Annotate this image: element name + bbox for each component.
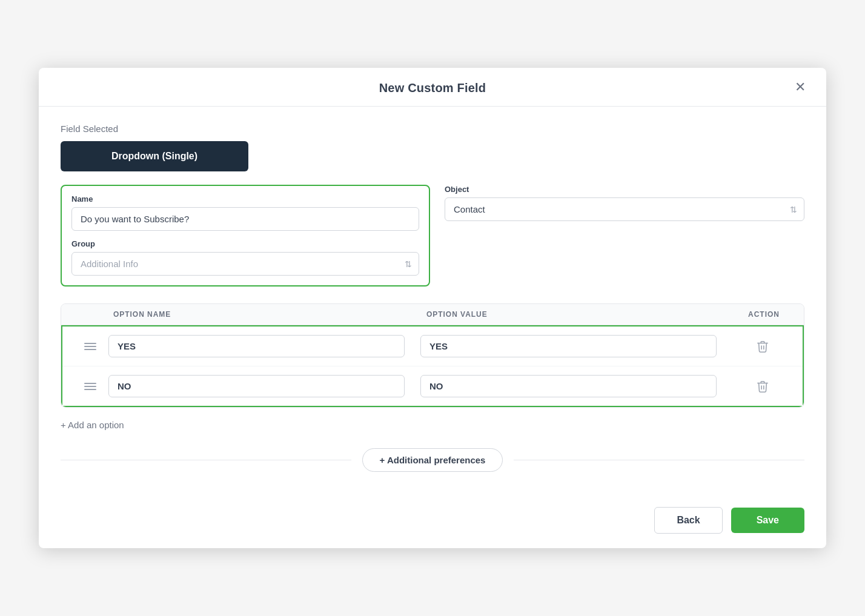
delete-row-2-button[interactable] [732,380,793,393]
additional-prefs-row: + Additional preferences [61,448,804,472]
name-object-row: Name Group Additional Info General Other… [61,185,804,286]
table-row [62,326,803,366]
option-name-input-1[interactable] [108,335,405,357]
option-name-cell [108,375,420,397]
group-field-row: Group Additional Info General Other [71,239,419,276]
col-option-value: OPTION VALUE [420,310,734,319]
save-button[interactable]: Save [731,508,804,533]
object-select[interactable]: Contact Lead Account [445,197,804,221]
group-label: Group [71,239,419,248]
svg-rect-4 [84,386,96,387]
table-row [62,366,803,406]
object-label: Object [445,185,804,194]
option-name-cell [108,335,420,357]
svg-rect-2 [84,349,96,350]
col-drag [71,310,107,319]
group-select[interactable]: Additional Info General Other [71,252,419,276]
add-option-button[interactable]: + Add an option [61,419,124,431]
modal-footer: Back Save [39,497,826,548]
svg-rect-0 [84,343,96,344]
name-label: Name [71,194,419,204]
group-select-wrapper: Additional Info General Other [71,252,419,276]
drag-handle-icon[interactable] [72,340,108,353]
divider-right [514,460,804,461]
svg-rect-1 [84,346,96,347]
option-value-input-1[interactable] [420,335,717,357]
additional-preferences-button[interactable]: + Additional preferences [362,448,503,472]
new-custom-field-modal: New Custom Field ✕ Field Selected Dropdo… [39,68,826,548]
object-select-wrapper: Contact Lead Account [445,197,804,221]
svg-rect-3 [84,383,96,384]
options-rows [61,325,804,407]
options-table-header: OPTION NAME OPTION VALUE ACTION [61,304,804,325]
option-name-input-2[interactable] [108,375,405,397]
option-value-cell [420,335,732,357]
modal-title: New Custom Field [379,81,486,95]
option-value-cell [420,375,732,397]
option-value-input-2[interactable] [420,375,717,397]
close-button[interactable]: ✕ [791,79,809,95]
name-group-highlighted: Name Group Additional Info General Other [61,185,430,286]
modal-body: Field Selected Dropdown (Single) Name Gr… [39,107,826,497]
drag-handle-icon[interactable] [72,380,108,392]
col-action: ACTION [734,310,794,319]
name-input[interactable] [71,207,419,231]
col-option-name: OPTION NAME [107,310,420,319]
back-button[interactable]: Back [654,507,722,534]
modal-header: New Custom Field ✕ [39,68,826,107]
svg-rect-5 [84,389,96,390]
delete-row-1-button[interactable] [732,340,793,353]
field-selected-label: Field Selected [61,124,804,134]
divider-left [61,460,351,461]
object-group: Object Contact Lead Account [445,185,804,286]
options-table: OPTION NAME OPTION VALUE ACTION [61,303,804,408]
field-type-button[interactable]: Dropdown (Single) [61,141,248,171]
